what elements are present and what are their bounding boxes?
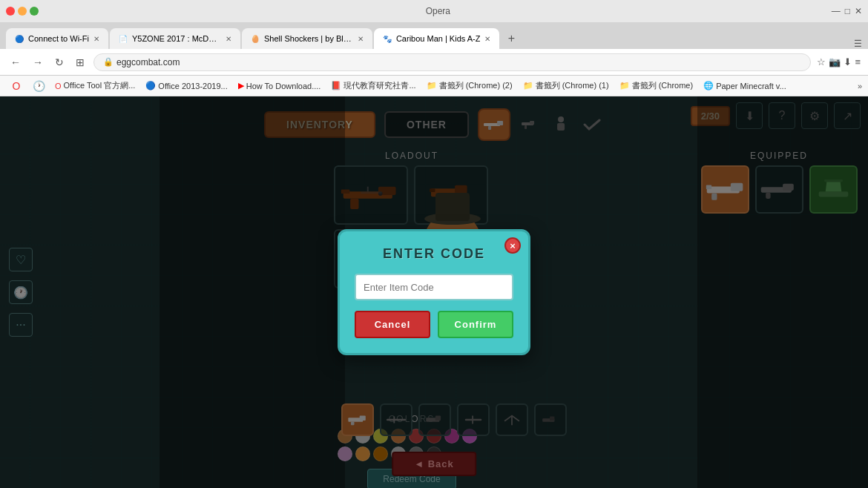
address-bar: ← → ↻ ⊞ 🔒 eggcombat.com ☆ 📷 ⬇ ≡ — [0, 49, 868, 76]
forward-nav-button[interactable]: → — [30, 55, 46, 70]
back-nav-button[interactable]: ← — [7, 55, 24, 70]
minimize-button[interactable]: — — [832, 6, 841, 16]
bookmark-paper-minecraft[interactable]: 🌐 Paper Minecraft v... — [699, 79, 791, 92]
tab-menu-button[interactable]: ☰ — [854, 39, 862, 49]
tab-caribou[interactable]: 🐾 Caribou Man | Kids A-Z ✕ — [374, 28, 500, 49]
game-area: ♡ 🕐 ··· 2/30 ⬇ ? ⚙ ↗ INVENTORY OTHER — [0, 96, 868, 488]
bookmark-office-2013[interactable]: 🔵 Office 2013-2019... — [141, 79, 231, 92]
minimize-traffic-light[interactable] — [18, 7, 27, 16]
screenshot-btn[interactable]: 📷 — [829, 56, 841, 67]
cancel-button[interactable]: Cancel — [355, 311, 430, 338]
title-bar: Opera — □ ✕ — [0, 0, 868, 22]
close-button[interactable]: ✕ — [855, 6, 862, 16]
modal-title: ENTER CODE — [355, 246, 513, 262]
enter-code-modal: × ENTER CODE Cancel Confirm — [338, 229, 530, 355]
modal-close-button[interactable]: × — [504, 237, 521, 254]
tab-y5zone[interactable]: 📄 Y5ZONE 2017 : McDonal... ✕ — [110, 28, 240, 49]
bookmark-office-tool[interactable]: O Office Tool 官方網... — [50, 79, 139, 93]
opera-icon: O — [9, 79, 24, 93]
tab-bar: 🔵 Connect to Wi-Fi ✕ 📄 Y5ZONE 2017 : McD… — [0, 22, 868, 49]
tab-close-y5zone[interactable]: ✕ — [226, 35, 231, 43]
bookmark-star[interactable]: ☆ — [817, 56, 826, 67]
new-tab-button[interactable]: + — [501, 28, 522, 49]
download-btn[interactable]: ⬇ — [844, 56, 852, 67]
maximize-traffic-light[interactable] — [30, 7, 39, 16]
modal-overlay: × ENTER CODE Cancel Confirm — [0, 96, 868, 488]
bookmarks-more[interactable]: » — [858, 82, 862, 90]
browser-chrome: Opera — □ ✕ 🔵 Connect to Wi-Fi ✕ 📄 Y5ZON… — [0, 0, 868, 96]
reload-button[interactable]: ↻ — [52, 55, 67, 70]
tab-close-wifi[interactable]: ✕ — [93, 35, 99, 43]
history-icon[interactable]: 🕐 — [31, 79, 46, 93]
bookmark-how-to[interactable]: ▶ How To Download.... — [234, 79, 326, 92]
bookmarks-bar: O 🕐 O Office Tool 官方網... 🔵 Office 2013-2… — [0, 76, 868, 96]
bookmark-modern-edu[interactable]: 📕 現代教育研究社青... — [326, 79, 420, 93]
tab-wifi[interactable]: 🔵 Connect to Wi-Fi ✕ — [6, 28, 108, 49]
home-button[interactable]: ⊞ — [73, 55, 88, 70]
tab-close-shell[interactable]: ✕ — [358, 35, 364, 43]
restore-button[interactable]: □ — [845, 6, 850, 16]
item-code-input[interactable] — [355, 274, 513, 300]
bookmark-chrome-2[interactable]: 📁 書籤列 (Chrome) (2) — [422, 79, 517, 93]
modal-buttons: Cancel Confirm — [355, 311, 513, 338]
confirm-button[interactable]: Confirm — [438, 311, 513, 338]
menu-btn[interactable]: ≡ — [855, 56, 861, 67]
tab-close-caribou[interactable]: ✕ — [484, 35, 490, 43]
bookmark-chrome-1[interactable]: 📁 書籤列 (Chrome) (1) — [519, 79, 614, 93]
tab-shell[interactable]: 🥚 Shell Shockers | by Blue W... ✕ — [242, 28, 372, 49]
close-traffic-light[interactable] — [6, 7, 15, 16]
window-title: Opera — [47, 6, 829, 16]
bookmark-chrome[interactable]: 📁 書籤列 (Chrome) — [615, 79, 698, 93]
address-input[interactable]: 🔒 eggcombat.com — [93, 53, 811, 71]
